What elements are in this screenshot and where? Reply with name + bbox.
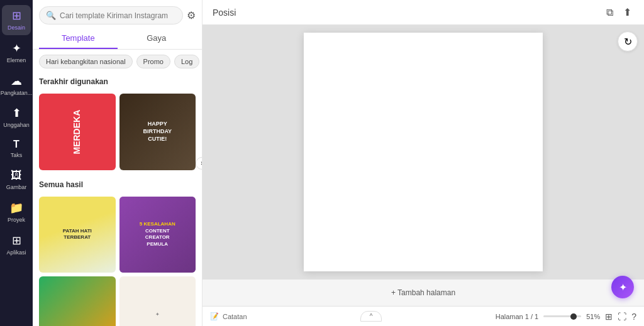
search-area: 🔍 ⚙ [33, 0, 202, 28]
sidebar-item-label: Elemen [7, 57, 26, 64]
template-merdeka-label: MERDEKA [39, 94, 116, 170]
export-button[interactable]: ⬆ [621, 4, 634, 21]
canvas-refresh-button[interactable]: ↻ [618, 31, 638, 52]
sidebar-item-label: Pangkatan... [1, 90, 33, 97]
main-area: Posisi ⧉ ⬆ ↻ + Tambah halaman 📝 Catatan … [203, 0, 644, 326]
template-content-creator[interactable]: 5 KESALAHANCONTENTCREATORPEMULA [119, 197, 196, 273]
all-results-title: Semua hasil [39, 180, 196, 189]
recent-templates-row: MERDEKA HAPPYBIRTHDAYCUTIE! [33, 94, 202, 177]
sidebar: ⊞ Desain ✦ Elemen ☁ Pangkatan... ⬆ Ungga… [0, 0, 33, 326]
recent-section-title: Terakhir digunakan [39, 77, 196, 86]
apps-icon: ⊞ [12, 234, 21, 247]
template-birthday-label: HAPPYBIRTHDAYCUTIE! [119, 94, 196, 170]
bottom-right: Halaman 1 / 1 51% ⊞ ⛶ ? [496, 312, 636, 322]
notes-label: Catatan [223, 313, 247, 320]
sidebar-item-label: Aplikasi [6, 249, 26, 256]
text-icon: T [13, 139, 19, 150]
main-header: Posisi ⧉ ⬆ [203, 0, 644, 25]
template-birthday[interactable]: HAPPYBIRTHDAYCUTIE! [119, 94, 196, 170]
panel-tabs: Template Gaya [33, 28, 202, 50]
zoom-slider[interactable] [543, 315, 581, 317]
template-indonesia-musik[interactable]: HariMusikIndonesia [39, 276, 116, 326]
slider-track [543, 315, 581, 317]
sidebar-item-unggahan[interactable]: ⬆ Unggahan [2, 102, 31, 133]
all-results-section: Semua hasil [33, 177, 202, 197]
sidebar-item-gambar[interactable]: 🖼 Gambar [2, 165, 31, 195]
help-button[interactable]: ? [631, 312, 636, 322]
sidebar-item-label: Gambar [6, 184, 27, 191]
sidebar-item-label: Unggahan [3, 122, 30, 129]
page-indicator: Halaman 1 / 1 [496, 313, 538, 320]
search-input[interactable] [60, 11, 176, 20]
search-box[interactable]: 🔍 [39, 6, 183, 24]
chip-log[interactable]: Log [174, 55, 199, 68]
image-icon: 🖼 [11, 169, 22, 182]
sidebar-item-label: Desain [8, 24, 25, 31]
fullscreen-button[interactable]: ⛶ [618, 312, 626, 322]
recent-section: Terakhir digunakan [33, 73, 202, 94]
sidebar-item-elemen[interactable]: ✦ Elemen [2, 38, 31, 68]
slider-thumb [570, 313, 577, 320]
folder-icon: 📁 [9, 201, 23, 215]
template-cream[interactable]: ✦ [119, 276, 196, 326]
sidebar-item-label: Proyek [8, 217, 25, 224]
canvas-footer: + Tambah halaman [203, 279, 644, 306]
cloud-icon: ☁ [11, 74, 22, 88]
sidebar-item-pangkatan[interactable]: ☁ Pangkatan... [2, 70, 31, 101]
canvas-area: ↻ [203, 25, 644, 279]
upload-icon: ⬆ [12, 106, 21, 120]
sidebar-item-label: Taks [11, 152, 23, 159]
template-patah-hati[interactable]: PATAH HATITERBERAT [39, 197, 116, 273]
bottom-left: 📝 Catatan [210, 312, 247, 320]
chips-row: Hari kebangkitan nasional Promo Log › [33, 50, 202, 73]
zoom-level: 51% [586, 313, 600, 320]
add-page-button[interactable]: + Tambah halaman [384, 286, 463, 300]
template-panel: 🔍 ⚙ Template Gaya Hari kebangkitan nasio… [33, 0, 203, 326]
sidebar-item-taks[interactable]: T Taks [2, 135, 31, 163]
design-icon: ⊞ [12, 9, 21, 23]
results-grid: PATAH HATITERBERAT 5 KESALAHANCONTENTCRE… [33, 197, 202, 327]
canvas[interactable] [304, 33, 543, 271]
tab-template[interactable]: Template [39, 28, 118, 49]
tab-gaya[interactable]: Gaya [118, 28, 196, 49]
page-title: Posisi [213, 8, 236, 18]
notes-icon: 📝 [210, 312, 219, 320]
chip-hari-kebangkitan[interactable]: Hari kebangkitan nasional [39, 55, 133, 68]
template-merdeka[interactable]: MERDEKA [39, 94, 116, 170]
chip-promo[interactable]: Promo [136, 55, 170, 68]
header-actions: ⧉ ⬆ [604, 4, 634, 21]
grid-view-button[interactable]: ⊞ [605, 312, 613, 322]
sidebar-item-aplikasi[interactable]: ⊞ Aplikasi [2, 230, 31, 260]
sidebar-item-proyek[interactable]: 📁 Proyek [2, 197, 31, 227]
filter-button[interactable]: ⚙ [187, 9, 196, 21]
search-icon: 🔍 [46, 11, 56, 20]
duplicate-button[interactable]: ⧉ [604, 4, 616, 21]
expand-button[interactable]: ^ [360, 311, 382, 322]
element-icon: ✦ [12, 41, 21, 55]
bottom-bar: 📝 Catatan ^ Halaman 1 / 1 51% ⊞ ⛶ ? [203, 306, 644, 326]
panel-scroll: Terakhir digunakan MERDEKA HAPPYBIRTHDAY… [33, 73, 202, 326]
sidebar-item-desain[interactable]: ⊞ Desain [2, 5, 31, 35]
magic-button[interactable]: ✦ [611, 276, 634, 298]
